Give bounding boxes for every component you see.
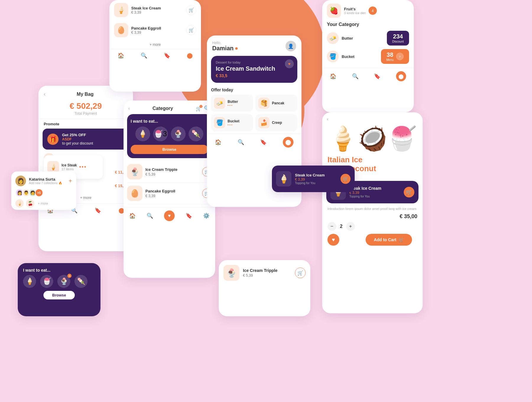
user-float-icons: 🍦 🍒 + more	[15, 199, 72, 208]
home-nav-home-icon[interactable]: 🏠	[215, 139, 221, 145]
cat-nav-more-icon[interactable]: ⚙️	[203, 213, 210, 219]
yourcat-badge-discount[interactable]: 234 Discount	[387, 31, 409, 46]
cat-nav-fav-button[interactable]: ♥	[164, 210, 175, 221]
home-offer-name-3: Bucket	[228, 119, 239, 123]
home-offer-3[interactable]: 🪣 Bucket • • •	[211, 114, 253, 131]
bag-divider	[38, 119, 133, 119]
tripple-info: Ice Cream Tripple € 5,39	[243, 268, 291, 278]
cat-nav-search-icon[interactable]: 🔍	[147, 213, 153, 219]
user-float-icon-2[interactable]: 🍒	[26, 199, 34, 208]
product-back-button[interactable]: ‹	[322, 112, 423, 122]
card-category-small: I want to eat... 🍦 🍧 🍨 4 🍡 Browse	[18, 263, 100, 316]
cart-nav-search-icon[interactable]: 🔍	[141, 52, 147, 59]
user-float-row: 👩 Katarina Surta Add new 7 collections 🔥…	[15, 176, 72, 186]
home-offer-info-3: Bucket • • •	[228, 119, 239, 127]
yourcat-chevron-icon[interactable]: ›	[396, 53, 404, 60]
bag-promo-box[interactable]: 🎁 Get 25% OFF ASDF to get your discount	[43, 129, 129, 150]
cart-nav-bar: 🏠 🔍 🔖 ⬤	[109, 49, 201, 61]
home-offer-img-1: 🧈	[214, 98, 225, 109]
yourcat-nav-active-button[interactable]: ⬤	[396, 71, 406, 81]
category-browse-button[interactable]: Browse	[131, 145, 208, 154]
product-steak-price: € 3,39	[349, 191, 400, 195]
category-list-price-1: € 5,39	[145, 172, 199, 176]
home-hello-text: Hello,	[212, 41, 296, 45]
bag-promo-code: ASDF	[62, 137, 93, 141]
home-username-text: Damian	[212, 45, 233, 52]
yourcat-row-label-butter: Butter	[342, 36, 384, 40]
category-hero-icon-1[interactable]: 🍦	[135, 127, 150, 141]
product-qty-row: − 2 +	[322, 222, 423, 234]
tripple-name: Ice Cream Tripple	[243, 268, 291, 273]
yourcat-top-sub: 3 kinds ice diet	[344, 11, 366, 15]
cart-item-cart-btn-2[interactable]: 🛒	[186, 25, 196, 35]
cat-nav-bookmark-icon[interactable]: 🔖	[186, 213, 192, 219]
home-nav-search-icon[interactable]: 🔍	[238, 139, 244, 145]
category-hero-icon-3[interactable]: 🍨	[171, 127, 186, 141]
bag-promote-label: Promote	[38, 122, 133, 129]
yourcat-nav-home-icon[interactable]: 🏠	[330, 73, 336, 80]
cart-nav-bookmark-icon[interactable]: 🔖	[164, 52, 170, 59]
card-product-detail: ‹ 🍦🥥🍧 Italian Icewith Coconut Vanilla, M…	[322, 112, 423, 313]
home-nav: 🏠 🔍 🔖 ⬤	[207, 134, 301, 150]
yourcat-nav-search-icon[interactable]: 🔍	[352, 73, 359, 80]
home-user-dot	[235, 47, 238, 50]
cart-nav-home-icon[interactable]: 🏠	[118, 52, 124, 59]
ice-steak-name: Ice Steak	[61, 163, 77, 167]
home-offer-grid: 🧈 Butter • • • 🥞 Pancak 🪣 Bucket • • •	[211, 95, 297, 131]
cart-item-name-1: Steak Ice Cream	[131, 6, 183, 10]
steak-float-sub: Topping for You	[295, 181, 337, 185]
bag-back-button[interactable]: ‹	[44, 91, 46, 97]
cart-nav-active-icon[interactable]: ⬤	[187, 52, 193, 59]
product-qty-decrease-button[interactable]: −	[327, 222, 336, 231]
home-hero-fav-button[interactable]: ♥	[285, 59, 294, 68]
cat-small-browse-button[interactable]: Browse	[43, 291, 75, 299]
cat-small-icon-1[interactable]: 🍦	[23, 275, 36, 288]
cat-nav-home-icon[interactable]: 🏠	[129, 213, 136, 219]
user-float-icon-1[interactable]: 🍦	[15, 199, 24, 208]
home-offer-1[interactable]: 🧈 Butter • • •	[211, 95, 253, 112]
yourcat-nav-bookmark-icon[interactable]: 🔖	[374, 73, 380, 80]
yourcat-row-bucket: 🪣 Bucket 38 Menu ›	[322, 47, 414, 66]
cat-small-icon-2[interactable]: 🍧	[40, 275, 53, 288]
user-float-add-icon[interactable]: +	[69, 178, 72, 184]
tripple-img: 🍨	[223, 265, 239, 281]
product-steak-name: Steak Ice Cream	[349, 186, 400, 191]
card-cart: 🍦 Steak Ice Cream € 3,39 🛒 🥚 Pancake Egg…	[109, 0, 201, 92]
product-steak-cart-button[interactable]: 🛒	[404, 187, 414, 197]
cart-item-cart-btn-1[interactable]: 🛒	[186, 5, 196, 15]
product-steak-info: Steak Ice Cream € 3,39 Topping for You	[349, 186, 400, 198]
product-add-cart-button[interactable]: Add to Cart 🛒	[366, 234, 412, 246]
home-offer-img-2: 🥞	[258, 98, 270, 109]
category-hero-icon-2[interactable]: 🍧 3	[153, 127, 168, 141]
home-offer-info-2: Pancak	[272, 101, 284, 105]
home-nav-active-button[interactable]: ⬤	[283, 137, 293, 147]
home-hero-price: € 33,5	[216, 73, 293, 78]
card-category-main: ‹ Category 🛒 1 🔍 I want to eat... 🍦 🍧 3 …	[124, 100, 215, 278]
bag-nav-bookmark-icon[interactable]: 🔖	[95, 207, 101, 214]
category-list-item-1: 🍨 Ice Cream Tripple € 5,39 🛒	[127, 161, 212, 183]
yourcat-discount-num: 234	[393, 33, 403, 40]
home-offer-img-3: 🪣	[214, 117, 225, 128]
product-qty-increase-button[interactable]: +	[346, 222, 355, 231]
bag-promo-avatar: 🎁	[47, 134, 59, 145]
cat-small-title: I want to eat...	[18, 263, 100, 275]
home-offer-2[interactable]: 🥞 Pancak	[255, 95, 297, 112]
product-add-cart-row: ♥ Add to Cart 🛒	[322, 234, 423, 249]
yourcat-menu-num: 38	[387, 51, 393, 58]
cat-small-icon-3[interactable]: 🍨 4	[57, 275, 70, 288]
yourcat-badge-menu[interactable]: 38 Menu ›	[381, 49, 409, 64]
home-offer-4[interactable]: 🍰 Creep	[255, 114, 297, 131]
home-user-avatar[interactable]: 👤	[286, 41, 296, 51]
category-hero-icon-4[interactable]: 🍡	[189, 127, 203, 141]
tripple-cart-button[interactable]: 🛒	[295, 268, 306, 278]
bag-title: My Bag	[48, 92, 122, 97]
yourcat-row-img-butter: 🧈	[327, 32, 339, 44]
user-float-more-label[interactable]: + more	[38, 202, 48, 205]
cart-more-button[interactable]: + more	[109, 40, 201, 49]
home-nav-bookmark-icon[interactable]: 🔖	[260, 139, 267, 145]
product-fav-button[interactable]: ♥	[327, 234, 339, 246]
steak-float-cart-button[interactable]: 🛒	[340, 174, 351, 184]
cat-small-icon-4[interactable]: 🍡	[74, 275, 87, 288]
category-hero-title: I want to eat...	[131, 119, 208, 124]
category-cart-icon[interactable]: 🛒 1	[196, 106, 202, 111]
